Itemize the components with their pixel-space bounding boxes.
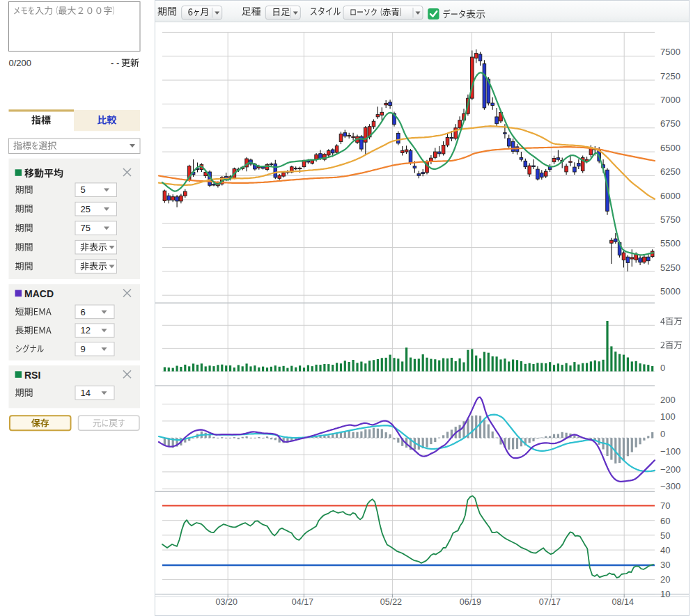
svg-text:04/17: 04/17 xyxy=(292,597,313,607)
svg-text:−200: −200 xyxy=(660,464,680,475)
svg-text:9: 9 xyxy=(81,344,86,354)
svg-text:40: 40 xyxy=(660,545,670,555)
svg-text:5750: 5750 xyxy=(660,214,680,225)
svg-text:50: 50 xyxy=(660,530,670,541)
svg-text:−100: −100 xyxy=(660,446,680,457)
svg-text:20: 20 xyxy=(660,574,670,585)
svg-text:08/14: 08/14 xyxy=(612,597,634,607)
svg-text:12: 12 xyxy=(81,325,91,335)
svg-text:03/20: 03/20 xyxy=(216,597,238,607)
svg-text:6000: 6000 xyxy=(660,191,680,201)
svg-text:5: 5 xyxy=(81,184,86,195)
svg-text:7000: 7000 xyxy=(660,95,680,105)
svg-text:60: 60 xyxy=(660,516,670,526)
svg-text:7250: 7250 xyxy=(660,71,680,81)
svg-text:RSI: RSI xyxy=(24,370,40,381)
svg-text:5500: 5500 xyxy=(660,238,680,248)
svg-text:06/19: 06/19 xyxy=(460,597,481,607)
svg-text:10: 10 xyxy=(660,589,670,599)
svg-text:0: 0 xyxy=(660,363,665,373)
svg-text:−300: −300 xyxy=(660,481,680,491)
svg-text:6: 6 xyxy=(81,307,86,317)
svg-text:5250: 5250 xyxy=(660,262,680,273)
svg-text:07/17: 07/17 xyxy=(539,597,561,607)
svg-text:30: 30 xyxy=(660,560,670,570)
svg-text:- -: - - xyxy=(111,58,119,68)
svg-text:0/200: 0/200 xyxy=(9,58,32,68)
svg-text:200: 200 xyxy=(660,395,676,405)
svg-text:6250: 6250 xyxy=(660,166,680,177)
svg-text:5000: 5000 xyxy=(660,286,680,297)
svg-text:6500: 6500 xyxy=(660,143,680,153)
svg-text:100: 100 xyxy=(660,411,676,422)
svg-text:7500: 7500 xyxy=(660,47,680,57)
svg-text:05/22: 05/22 xyxy=(380,597,402,607)
svg-text:75: 75 xyxy=(81,223,91,233)
svg-text:70: 70 xyxy=(660,500,670,511)
svg-text:25: 25 xyxy=(81,204,91,214)
svg-text:6750: 6750 xyxy=(660,118,680,129)
svg-text:MACD: MACD xyxy=(24,288,54,299)
svg-text:14: 14 xyxy=(81,388,91,398)
svg-text:0: 0 xyxy=(660,429,665,439)
